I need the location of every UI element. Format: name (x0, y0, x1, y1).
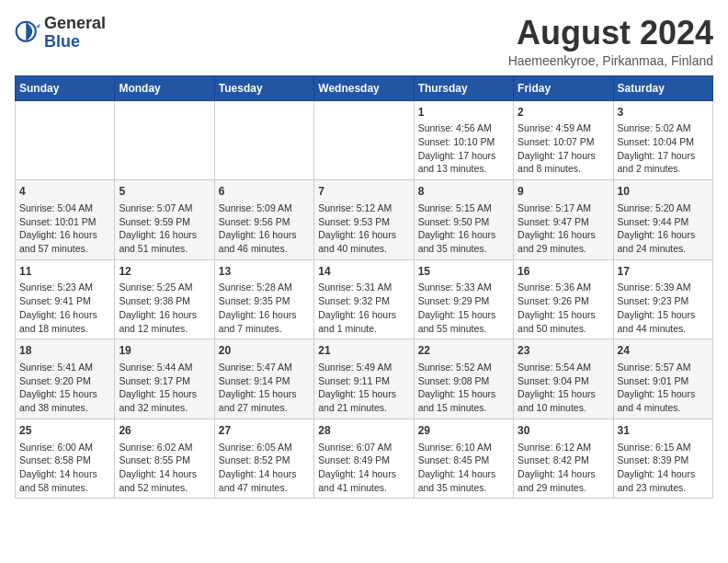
day-info: Sunrise: 5:28 AM (219, 281, 310, 294)
day-info: Sunrise: 5:52 AM (418, 361, 509, 374)
day-number: 21 (318, 343, 409, 359)
day-info: Daylight: 14 hours (219, 467, 310, 481)
day-info: Sunset: 9:29 PM (418, 294, 509, 308)
day-info: and 46 minutes. (219, 242, 310, 256)
header-day: Sunday (16, 75, 115, 100)
day-number: 26 (119, 423, 210, 439)
day-info: Sunrise: 5:39 AM (618, 281, 709, 294)
day-number: 13 (219, 264, 310, 280)
calendar-cell: 15Sunrise: 5:33 AMSunset: 9:29 PMDayligh… (414, 259, 513, 339)
day-info: Daylight: 16 hours (19, 308, 110, 322)
calendar-cell: 10Sunrise: 5:20 AMSunset: 9:44 PMDayligh… (613, 180, 712, 260)
day-number: 14 (318, 264, 409, 280)
day-info: Sunset: 10:07 PM (518, 135, 609, 149)
day-info: and 32 minutes. (119, 401, 210, 415)
day-info: and 38 minutes. (19, 401, 110, 415)
day-info: Sunset: 9:20 PM (19, 374, 110, 388)
calendar-header: SundayMondayTuesdayWednesdayThursdayFrid… (16, 75, 713, 100)
day-info: Sunrise: 5:02 AM (618, 121, 709, 135)
day-info: and 35 minutes. (418, 242, 509, 256)
day-info: and 40 minutes. (318, 242, 409, 256)
day-info: Daylight: 15 hours (219, 387, 310, 401)
day-info: and 18 minutes. (19, 322, 110, 336)
day-number: 12 (119, 264, 210, 280)
calendar-cell: 29Sunrise: 6:10 AMSunset: 8:45 PMDayligh… (414, 419, 513, 499)
day-info: Sunrise: 5:15 AM (418, 201, 509, 215)
day-info: Sunrise: 5:25 AM (119, 281, 210, 294)
day-info: and 10 minutes. (518, 401, 609, 415)
day-info: Daylight: 15 hours (518, 308, 609, 322)
day-info: Sunrise: 5:31 AM (318, 281, 409, 294)
day-number: 24 (618, 343, 709, 359)
calendar-cell: 16Sunrise: 5:36 AMSunset: 9:26 PMDayligh… (514, 259, 613, 339)
day-info: Sunrise: 4:59 AM (518, 121, 609, 135)
calendar-cell: 20Sunrise: 5:47 AMSunset: 9:14 PMDayligh… (214, 339, 313, 419)
day-number: 9 (518, 184, 609, 200)
calendar-cell: 1Sunrise: 4:56 AMSunset: 10:10 PMDayligh… (414, 100, 513, 180)
day-number: 6 (219, 184, 310, 200)
day-number: 10 (618, 184, 709, 200)
day-info: Sunset: 9:01 PM (618, 374, 709, 388)
calendar-week-row: 25Sunrise: 6:00 AMSunset: 8:58 PMDayligh… (16, 419, 713, 499)
day-info: and 21 minutes. (318, 401, 409, 415)
day-info: and 50 minutes. (518, 322, 609, 336)
day-number: 25 (19, 423, 110, 439)
day-info: and 44 minutes. (618, 322, 709, 336)
calendar-cell: 21Sunrise: 5:49 AMSunset: 9:11 PMDayligh… (314, 339, 414, 419)
calendar-week-row: 1Sunrise: 4:56 AMSunset: 10:10 PMDayligh… (16, 100, 713, 180)
calendar-cell: 23Sunrise: 5:54 AMSunset: 9:04 PMDayligh… (514, 339, 613, 419)
calendar-cell: 24Sunrise: 5:57 AMSunset: 9:01 PMDayligh… (613, 339, 712, 419)
month-year: August 2024 (508, 15, 713, 52)
calendar-week-row: 18Sunrise: 5:41 AMSunset: 9:20 PMDayligh… (16, 339, 713, 419)
day-info: and 57 minutes. (19, 242, 110, 256)
location: Haemeenkyroe, Pirkanmaa, Finland (508, 53, 713, 68)
day-info: Sunrise: 5:33 AM (418, 281, 509, 294)
day-info: Daylight: 15 hours (318, 387, 409, 401)
day-info: Sunset: 9:50 PM (418, 215, 509, 229)
day-info: Daylight: 15 hours (418, 387, 509, 401)
page-header: General Blue August 2024 Haemeenkyroe, P… (15, 15, 713, 68)
day-info: Sunrise: 5:36 AM (518, 281, 609, 294)
day-info: Sunset: 8:49 PM (318, 454, 409, 467)
day-info: Sunset: 8:45 PM (418, 454, 509, 467)
day-info: Sunrise: 6:05 AM (219, 441, 310, 454)
day-info: Daylight: 16 hours (19, 228, 110, 242)
day-info: Sunrise: 6:12 AM (518, 441, 609, 454)
day-number: 4 (19, 184, 110, 200)
day-number: 23 (518, 343, 609, 359)
day-info: Sunrise: 5:17 AM (518, 201, 609, 215)
day-info: Sunrise: 6:02 AM (119, 441, 210, 454)
day-info: Sunset: 8:55 PM (119, 454, 210, 467)
day-info: and 2 minutes. (618, 162, 709, 176)
day-info: Daylight: 17 hours (618, 149, 709, 163)
header-day: Monday (115, 75, 214, 100)
calendar-cell: 7Sunrise: 5:12 AMSunset: 9:53 PMDaylight… (314, 180, 414, 260)
day-info: Daylight: 16 hours (518, 228, 609, 242)
day-info: and 27 minutes. (219, 401, 310, 415)
calendar-cell: 13Sunrise: 5:28 AMSunset: 9:35 PMDayligh… (214, 259, 313, 339)
day-info: Daylight: 14 hours (518, 467, 609, 481)
day-info: Sunrise: 5:20 AM (618, 201, 709, 215)
day-info: Sunset: 9:38 PM (119, 294, 210, 308)
day-info: Daylight: 15 hours (19, 387, 110, 401)
day-info: Daylight: 14 hours (19, 467, 110, 481)
day-info: and 41 minutes. (318, 481, 409, 495)
day-info: and 52 minutes. (119, 481, 210, 495)
day-number: 27 (219, 423, 310, 439)
calendar-cell: 30Sunrise: 6:12 AMSunset: 8:42 PMDayligh… (514, 419, 613, 499)
day-info: Daylight: 15 hours (418, 308, 509, 322)
day-info: Sunrise: 5:09 AM (219, 201, 310, 215)
calendar-cell: 27Sunrise: 6:05 AMSunset: 8:52 PMDayligh… (214, 419, 313, 499)
day-info: and 35 minutes. (418, 481, 509, 495)
day-number: 22 (418, 343, 509, 359)
day-info: Sunrise: 5:41 AM (19, 361, 110, 374)
day-info: Daylight: 14 hours (318, 467, 409, 481)
day-info: Sunset: 8:42 PM (518, 454, 609, 467)
header-row: SundayMondayTuesdayWednesdayThursdayFrid… (16, 75, 713, 100)
day-info: and 55 minutes. (418, 322, 509, 336)
calendar-table: SundayMondayTuesdayWednesdayThursdayFrid… (15, 75, 713, 500)
day-info: Daylight: 14 hours (618, 467, 709, 481)
calendar-cell: 18Sunrise: 5:41 AMSunset: 9:20 PMDayligh… (16, 339, 115, 419)
day-info: and 58 minutes. (19, 481, 110, 495)
day-info: Sunset: 9:08 PM (418, 374, 509, 388)
